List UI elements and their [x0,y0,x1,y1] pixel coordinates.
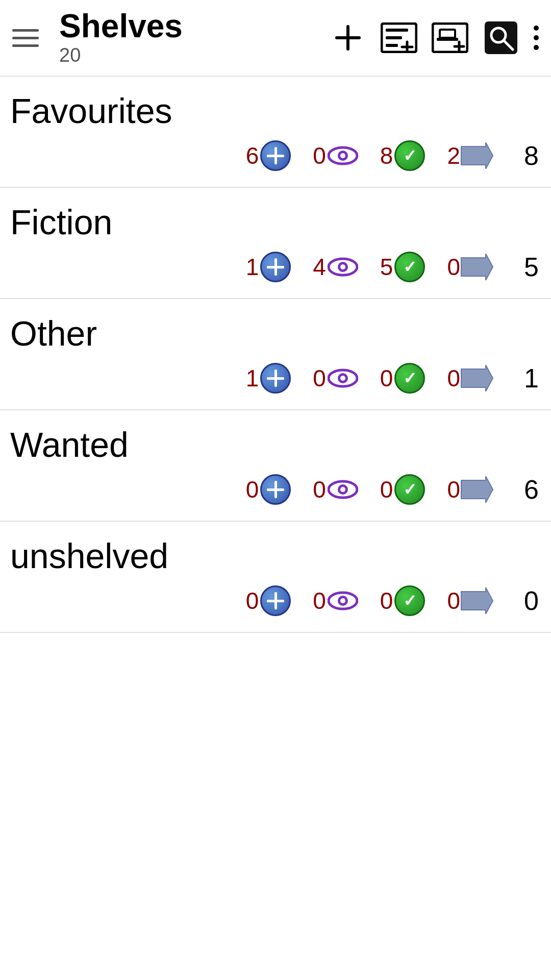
read-stat[interactable]: 0 [380,473,427,506]
want-to-read-stat[interactable]: 1 [246,361,293,395]
read-stat[interactable]: 0 [380,584,427,618]
want-to-read-count: 1 [246,364,259,392]
currently-reading-stat[interactable]: 4 [313,250,360,284]
shelf-total: 8 [518,140,539,171]
eye-stat-icon [326,250,360,284]
loaned-count: 0 [447,587,460,615]
shelf-name: Other [10,313,539,353]
svg-point-26 [340,376,345,381]
want-to-read-stat[interactable]: 0 [246,584,293,618]
svg-marker-35 [461,587,493,614]
svg-point-18 [340,153,345,158]
eye-stat-icon [326,361,360,395]
read-stat[interactable]: 0 [380,361,427,395]
svg-marker-31 [461,476,493,503]
search-icon [484,21,518,55]
arrow-stat-icon [460,473,494,506]
search-button[interactable] [483,19,519,56]
add-to-list-button[interactable] [381,19,417,56]
loaned-stat[interactable]: 0 [447,473,494,506]
loaned-stat[interactable]: 2 [447,139,494,173]
add-to-list-icon [381,22,417,53]
shelf-name: Wanted [10,425,539,464]
shelf-list: Favourites 6 0 [0,77,551,633]
page-title: Shelves [59,10,330,42]
read-count: 0 [380,476,393,503]
loaned-count: 0 [447,476,460,503]
currently-reading-stat[interactable]: 0 [313,584,360,618]
shelf-stats: 1 0 0 [10,361,539,395]
eye-icon [328,368,358,389]
more-options-button[interactable] [534,26,539,50]
svg-marker-27 [461,365,493,391]
eye-icon [328,479,358,500]
read-count: 8 [380,142,393,169]
shelf-stats: 0 0 0 [10,584,539,618]
shelf-total: 5 [518,252,539,282]
shelf-item[interactable]: Wanted 0 0 [0,410,551,522]
currently-reading-count: 4 [313,253,326,281]
loaned-stat[interactable]: 0 [447,250,494,284]
currently-reading-stat[interactable]: 0 [313,139,360,173]
plus-icon [333,22,363,53]
svg-marker-23 [461,254,493,280]
want-to-read-count: 0 [246,587,259,615]
svg-point-34 [340,598,345,603]
read-count: 5 [380,253,393,281]
eye-stat-icon [326,139,360,173]
currently-reading-count: 0 [313,142,326,169]
shelf-stats: 1 4 5 [10,250,539,284]
loaned-stat[interactable]: 0 [447,584,494,618]
menu-button[interactable] [12,29,39,47]
want-to-read-count: 1 [246,253,259,281]
add-circle-icon [259,584,292,618]
currently-reading-count: 0 [313,476,326,503]
svg-marker-19 [461,142,493,169]
arrow-stat-icon [460,361,494,395]
want-to-read-count: 6 [246,142,259,169]
eye-stat-icon [326,473,360,506]
shelf-name: Fiction [10,202,539,242]
arrow-stat-icon [460,250,494,284]
svg-rect-4 [386,36,402,39]
eye-icon [328,256,358,278]
currently-reading-stat[interactable]: 0 [313,361,360,395]
loaned-count: 0 [447,253,460,281]
eye-icon [328,590,358,611]
add-circle-icon [259,139,292,173]
read-stat[interactable]: 8 [380,139,427,173]
add-circle-icon [259,473,292,506]
want-to-read-count: 0 [246,476,259,503]
shelf-total: 6 [518,474,539,505]
add-to-shelf-button[interactable] [432,19,468,56]
arrow-stat-icon [460,584,494,618]
arrow-icon [460,142,494,169]
shelf-item[interactable]: Favourites 6 0 [0,77,551,188]
currently-reading-stat[interactable]: 0 [313,473,360,506]
want-to-read-stat[interactable]: 1 [246,250,293,284]
want-to-read-stat[interactable]: 6 [246,139,293,173]
shelf-stats: 6 0 8 [10,139,539,173]
page-subtitle: 20 [59,44,330,66]
arrow-stat-icon [460,139,494,173]
arrow-icon [460,254,494,280]
read-count: 0 [380,587,393,615]
add-button[interactable] [330,19,366,56]
header-actions [330,19,539,56]
want-to-read-stat[interactable]: 0 [246,473,293,506]
check-circle-icon [393,139,427,173]
shelf-total: 0 [518,585,539,616]
eye-icon [328,145,358,166]
shelf-item[interactable]: unshelved 0 0 [0,522,551,633]
check-circle-icon [393,361,427,395]
loaned-count: 2 [447,142,460,169]
app-header: Shelves 20 [0,0,551,77]
shelf-item[interactable]: Fiction 1 4 [0,188,551,299]
loaned-stat[interactable]: 0 [447,361,494,395]
check-circle-icon [393,250,427,284]
svg-rect-3 [386,29,408,32]
shelf-item[interactable]: Other 1 0 [0,299,551,410]
loaned-count: 0 [447,364,460,392]
add-circle-icon [259,250,292,284]
read-stat[interactable]: 5 [380,250,427,284]
